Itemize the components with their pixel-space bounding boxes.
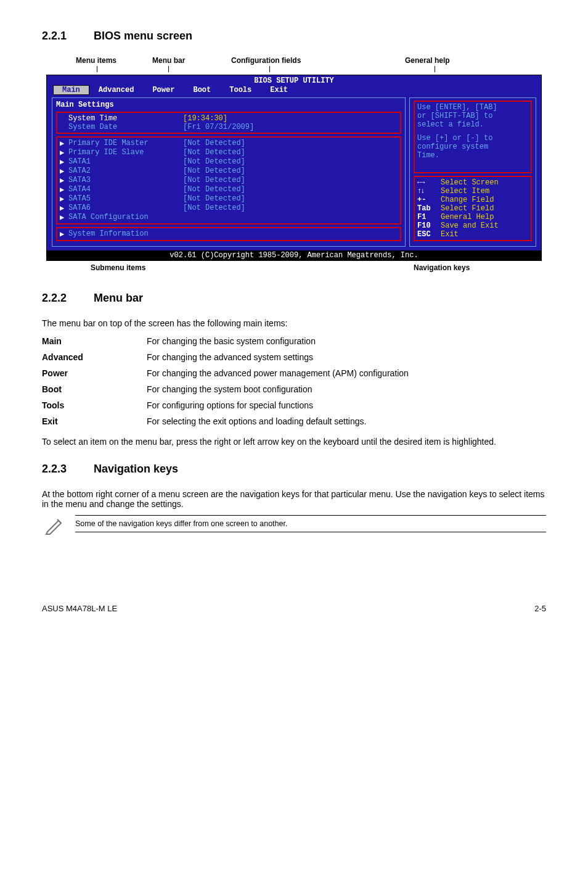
- def-val: For configuring options for special func…: [147, 397, 409, 413]
- nav-key-f10: F10: [417, 221, 441, 230]
- sata-config-row[interactable]: ▶SATA Configuration: [60, 213, 398, 222]
- row-label: SATA3: [68, 176, 183, 185]
- def-key: Exit: [42, 413, 147, 429]
- bios-diagram: Menu items Menu bar Configuration fields…: [46, 56, 542, 278]
- system-info-row[interactable]: ▶System Information: [60, 229, 398, 239]
- bios-left-pane: Main Settings System Time [19:34:30] Sys…: [52, 97, 406, 247]
- spacer: [60, 114, 68, 123]
- label-general-help: General help: [405, 56, 450, 65]
- system-time-date-box: System Time [19:34:30] System Date [Fri …: [56, 112, 401, 134]
- row-value: [Not Detected]: [183, 167, 245, 176]
- help-line: configure system: [417, 142, 528, 151]
- section-222-num: 2.2.2: [42, 292, 94, 305]
- def-key: Tools: [42, 397, 147, 413]
- system-date-row[interactable]: System Date [Fri 07/31/2009]: [60, 123, 398, 131]
- triangle-icon: ▶: [60, 148, 68, 157]
- help-line: Use [ENTER], [TAB]: [417, 103, 528, 112]
- system-time-row[interactable]: System Time [19:34:30]: [60, 114, 398, 123]
- triangle-icon: ▶: [60, 229, 68, 239]
- navkeys-para: At the bottom right corner of a menu scr…: [42, 489, 546, 509]
- section-223-title: 2.2.3Navigation keys: [42, 463, 546, 476]
- row-value: [Not Detected]: [183, 176, 245, 185]
- section-222-title: 2.2.2Menu bar: [42, 292, 546, 305]
- system-info-label: System Information: [68, 229, 183, 239]
- row-value: [Not Detected]: [183, 204, 245, 213]
- list-item[interactable]: ▶SATA5[Not Detected]: [60, 194, 398, 204]
- list-item[interactable]: ▶SATA2[Not Detected]: [60, 167, 398, 176]
- list-item[interactable]: ▶SATA1[Not Detected]: [60, 157, 398, 167]
- nav-key-lr: ←→: [417, 178, 441, 187]
- bios-body: Main Settings System Time [19:34:30] Sys…: [47, 97, 541, 250]
- table-row: AdvancedFor changing the advanced system…: [42, 349, 409, 365]
- triangle-icon: ▶: [60, 176, 68, 185]
- triangle-icon: ▶: [60, 185, 68, 194]
- help-line: Use [+] or [-] to: [417, 134, 528, 142]
- help-line: Time.: [417, 151, 528, 160]
- def-val: For selecting the exit options and loadi…: [147, 413, 409, 429]
- note-block: Some of the navigation keys differ from …: [42, 515, 546, 536]
- tab-exit[interactable]: Exit: [261, 85, 297, 95]
- label-submenu: Submenu items: [91, 263, 145, 272]
- nav-txt: Change Field: [441, 196, 494, 204]
- tab-tools[interactable]: Tools: [220, 85, 261, 95]
- label-menu-bar: Menu bar: [152, 56, 185, 65]
- triangle-icon: ▶: [60, 213, 68, 222]
- triangle-icon: ▶: [60, 139, 68, 148]
- section-221-text: BIOS menu screen: [94, 30, 192, 42]
- nav-line: ←→Select Screen: [417, 178, 528, 187]
- nav-key-tab: Tab: [417, 204, 441, 213]
- row-label: Primary IDE Master: [68, 139, 183, 148]
- footer-page: 2-5: [534, 604, 546, 613]
- tab-power[interactable]: Power: [143, 85, 184, 95]
- system-date-label: System Date: [68, 123, 183, 131]
- nav-key-ud: ↑↓: [417, 187, 441, 196]
- table-row: BootFor changing the system boot configu…: [42, 381, 409, 397]
- system-time-label: System Time: [68, 114, 183, 123]
- row-label: SATA5: [68, 194, 183, 204]
- nav-box: ←→Select Screen ↑↓Select Item +-Change F…: [414, 176, 532, 241]
- bios-footer: v02.61 (C)Copyright 1985-2009, American …: [47, 250, 541, 260]
- list-item[interactable]: ▶SATA3[Not Detected]: [60, 176, 398, 185]
- footer-product: ASUS M4A78L-M LE: [42, 604, 117, 613]
- nav-txt: Save and Exit: [441, 221, 499, 230]
- label-menu-items: Menu items: [76, 56, 116, 65]
- tick-line: [435, 66, 435, 72]
- nav-key-pm: +-: [417, 196, 441, 204]
- nav-txt: Select Screen: [441, 178, 499, 187]
- nav-txt: Select Field: [441, 204, 494, 213]
- section-223-num: 2.2.3: [42, 463, 94, 476]
- bios-help-pane: Use [ENTER], [TAB] or [SHIFT-TAB] to sel…: [409, 97, 536, 247]
- list-item[interactable]: ▶SATA6[Not Detected]: [60, 204, 398, 213]
- nav-key-esc: ESC: [417, 230, 441, 239]
- list-item[interactable]: ▶SATA4[Not Detected]: [60, 185, 398, 194]
- nav-txt: General Help: [441, 213, 494, 221]
- tab-advanced[interactable]: Advanced: [89, 85, 144, 95]
- nav-line: TabSelect Field: [417, 204, 528, 213]
- row-label: SATA2: [68, 167, 183, 176]
- row-label: SATA6: [68, 204, 183, 213]
- bios-title: BIOS SETUP UTILITY: [47, 75, 541, 85]
- page-footer: ASUS M4A78L-M LE 2-5: [42, 604, 546, 613]
- nav-line: +-Change Field: [417, 196, 528, 204]
- list-item[interactable]: ▶Primary IDE Master[Not Detected]: [60, 139, 398, 148]
- table-row: MainFor changing the basic system config…: [42, 333, 409, 349]
- menubar-outro: To select an item on the menu bar, press…: [42, 437, 546, 447]
- tick-line: [168, 66, 169, 72]
- triangle-icon: ▶: [60, 194, 68, 204]
- help-line: select a field.: [417, 120, 528, 129]
- system-date-value: [Fri 07/31/2009]: [183, 123, 254, 131]
- label-config-fields: Configuration fields: [231, 56, 301, 65]
- pencil-icon: [44, 515, 65, 536]
- tab-boot[interactable]: Boot: [184, 85, 220, 95]
- tab-main[interactable]: Main: [53, 85, 89, 95]
- row-label: Primary IDE Slave: [68, 148, 183, 157]
- tick-line: [441, 254, 441, 261]
- nav-line: F10Save and Exit: [417, 221, 528, 230]
- nav-line: ESCExit: [417, 230, 528, 239]
- row-value: [Not Detected]: [183, 194, 245, 204]
- help-box: Use [ENTER], [TAB] or [SHIFT-TAB] to sel…: [414, 101, 532, 173]
- list-item[interactable]: ▶Primary IDE Slave[Not Detected]: [60, 148, 398, 157]
- tick-line: [269, 66, 270, 72]
- def-key: Boot: [42, 381, 147, 397]
- table-row: ToolsFor configuring options for special…: [42, 397, 409, 413]
